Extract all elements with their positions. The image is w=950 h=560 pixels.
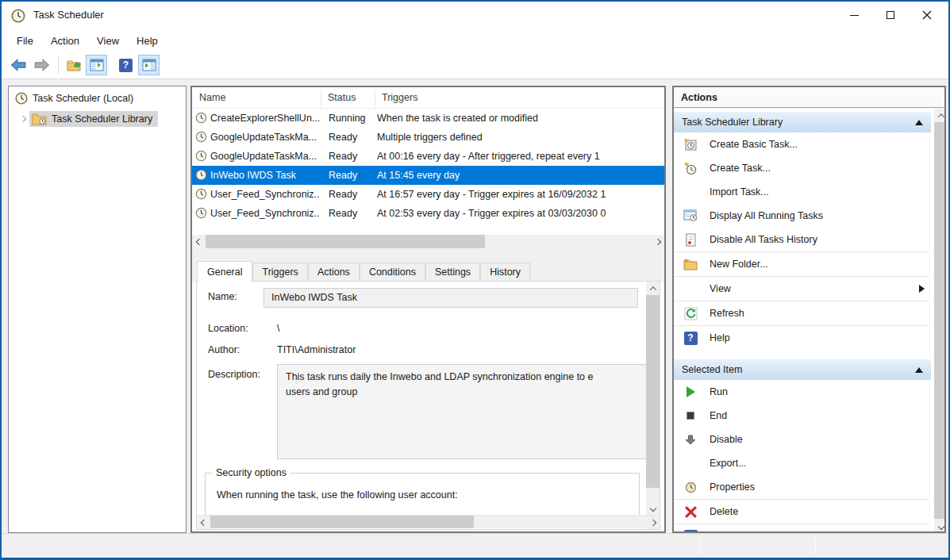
tab-conditions[interactable]: Conditions — [360, 263, 425, 282]
forward-button[interactable] — [31, 55, 52, 75]
task-status: Ready — [329, 128, 373, 147]
action-end[interactable]: End — [674, 404, 931, 428]
back-button[interactable] — [8, 55, 29, 75]
close-icon — [922, 10, 932, 20]
details-hscrollbar[interactable] — [197, 515, 660, 528]
action-label: Create Basic Task... — [710, 139, 798, 150]
task-list-panel: Name Status Triggers CreateExplorerShell… — [190, 86, 666, 533]
collapse-icon[interactable] — [915, 367, 923, 373]
task-name: User_Feed_Synchroniz... — [210, 185, 320, 204]
scroll-up-icon[interactable] — [934, 109, 946, 122]
action-pane-toggle-button[interactable] — [138, 55, 160, 75]
statusbar — [2, 533, 948, 558]
console-tree-panel: Task Scheduler (Local) Task Scheduler Li… — [8, 86, 187, 533]
action-label: Import Task... — [710, 186, 769, 198]
task-name-input[interactable]: InWebo IWDS Task — [263, 288, 638, 308]
export-list-icon — [67, 59, 81, 71]
task-status: Ready — [329, 147, 373, 166]
tab-settings[interactable]: Settings — [425, 263, 480, 282]
action-create-basic-task[interactable]: Create Basic Task... — [674, 132, 931, 156]
task-status: Ready — [329, 166, 373, 185]
menu-view[interactable]: View — [88, 32, 128, 50]
action-display-all-running-tasks[interactable]: Display All Running Tasks — [674, 204, 931, 228]
section-header-selected-item[interactable]: Selected Item — [674, 359, 931, 380]
task-clock-icon — [195, 188, 207, 200]
run-icon — [683, 385, 698, 399]
details-vscrollbar[interactable] — [646, 282, 660, 515]
action-run[interactable]: Run — [674, 380, 931, 404]
menu-file[interactable]: File — [8, 32, 42, 50]
action-label: Export... — [710, 458, 747, 469]
hscroll-thumb[interactable] — [210, 516, 474, 528]
scroll-left-icon[interactable] — [197, 516, 210, 529]
action-help-selected[interactable]: ? Help — [674, 524, 931, 531]
description-line: users and group — [286, 385, 651, 400]
action-help[interactable]: ? Help — [674, 326, 931, 350]
task-triggers: At 02:53 every day - Trigger expires at … — [377, 204, 664, 223]
task-row-selected[interactable]: InWebo IWDS Task Ready At 15:45 every da… — [192, 166, 664, 185]
column-header-name[interactable]: Name — [192, 87, 321, 109]
task-status: Ready — [329, 204, 373, 223]
task-row[interactable]: CreateExplorerShellUn... Running When th… — [192, 109, 664, 128]
action-refresh[interactable]: Refresh — [674, 301, 931, 325]
maximize-button[interactable] — [872, 2, 909, 29]
close-button[interactable] — [909, 2, 945, 29]
export-list-button[interactable] — [63, 55, 84, 75]
column-header-triggers[interactable]: Triggers — [375, 87, 664, 109]
tab-history[interactable]: History — [480, 263, 530, 282]
scroll-left-icon[interactable] — [192, 235, 206, 248]
menu-help[interactable]: Help — [128, 32, 167, 50]
hscroll-thumb[interactable] — [206, 235, 485, 248]
general-tab-body: Name: InWebo IWDS Task Location: \ Autho… — [196, 281, 660, 530]
action-disable[interactable]: Disable — [674, 428, 931, 451]
vscroll-thumb[interactable] — [646, 295, 660, 488]
action-new-folder[interactable]: New Folder... — [674, 252, 931, 276]
scroll-right-icon[interactable] — [646, 516, 660, 529]
tab-triggers[interactable]: Triggers — [252, 263, 307, 282]
tab-actions[interactable]: Actions — [308, 263, 360, 282]
task-list-hscrollbar[interactable] — [192, 235, 664, 248]
tree-item-task-scheduler-library[interactable]: Task Scheduler Library — [9, 110, 186, 128]
security-options-text: When running the task, use the following… — [217, 489, 458, 501]
task-row[interactable]: User_Feed_Synchroniz... Ready At 16:57 e… — [192, 185, 664, 204]
action-properties[interactable]: Properties — [674, 475, 931, 499]
help-button[interactable]: ? — [115, 55, 137, 75]
scroll-up-icon[interactable] — [646, 282, 660, 295]
action-view[interactable]: View — [674, 277, 931, 301]
action-label: Run — [710, 386, 728, 397]
actions-vscrollbar[interactable] — [934, 109, 946, 533]
task-row[interactable]: User_Feed_Synchroniz... Ready At 02:53 e… — [192, 204, 664, 223]
scroll-down-icon[interactable] — [934, 520, 946, 533]
action-import-task[interactable]: Import Task... — [674, 180, 931, 204]
console-tree-toggle-button[interactable] — [86, 55, 107, 75]
action-delete[interactable]: Delete — [674, 500, 931, 524]
action-label: Disable All Tasks History — [710, 234, 817, 245]
minimize-button[interactable] — [836, 2, 872, 29]
description-textarea[interactable]: This task runs daily the Inwebo and LDAP… — [277, 364, 660, 459]
action-export[interactable]: Export... — [674, 451, 931, 475]
column-separator — [321, 90, 321, 106]
menu-action[interactable]: Action — [42, 32, 88, 50]
location-value: \ — [277, 323, 279, 334]
action-create-task[interactable]: Create Task... — [674, 156, 931, 180]
end-icon — [683, 408, 698, 423]
back-icon — [10, 59, 27, 71]
column-header-status[interactable]: Status — [321, 87, 375, 109]
tab-general[interactable]: General — [197, 261, 252, 282]
collapse-icon[interactable] — [915, 120, 923, 125]
section-header-library[interactable]: Task Scheduler Library — [674, 112, 931, 132]
task-row[interactable]: GoogleUpdateTaskMa... Ready At 00:16 eve… — [192, 147, 664, 166]
tasks-history-icon — [683, 232, 698, 247]
task-triggers: Multiple triggers defined — [377, 128, 664, 147]
description-label: Description: — [208, 369, 260, 380]
description-line: This task runs daily the Inwebo and LDAP… — [286, 370, 651, 385]
tree-item-task-scheduler-local[interactable]: Task Scheduler (Local) — [9, 90, 186, 107]
author-value: TITI\Administrator — [277, 344, 356, 355]
task-row[interactable]: GoogleUpdateTaskMa... Ready Multiple tri… — [192, 128, 664, 147]
scroll-down-icon[interactable] — [646, 501, 660, 515]
action-disable-all-tasks-history[interactable]: Disable All Tasks History — [674, 228, 931, 251]
expand-chevron-icon[interactable] — [17, 117, 29, 121]
column-separator — [375, 90, 375, 106]
scroll-right-icon[interactable] — [651, 235, 664, 248]
vscroll-thumb[interactable] — [934, 122, 946, 519]
